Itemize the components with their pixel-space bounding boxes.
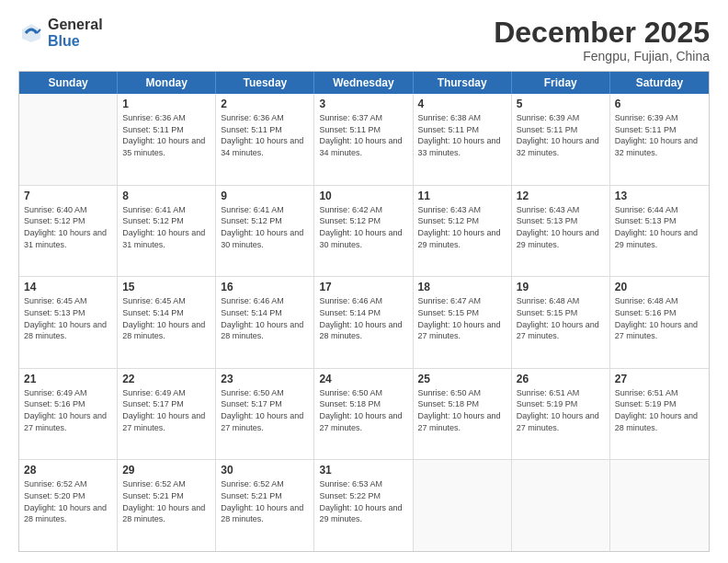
day-number: 15 [122, 281, 210, 293]
calendar-cell: 20 Sunrise: 6:48 AM Sunset: 5:16 PM Dayl… [610, 277, 709, 368]
sun-info: Sunrise: 6:41 AM Sunset: 5:12 PM Dayligh… [221, 204, 309, 250]
day-number: 20 [615, 281, 704, 293]
sunset-text: Sunset: 5:21 PM [221, 490, 309, 502]
day-number: 30 [221, 464, 309, 477]
day-number: 5 [517, 98, 605, 110]
sunset-text: Sunset: 5:16 PM [24, 398, 112, 410]
weekday-header: Wednesday [314, 72, 413, 94]
sunset-text: Sunset: 5:12 PM [122, 215, 210, 227]
sun-info: Sunrise: 6:51 AM Sunset: 5:19 PM Dayligh… [615, 387, 704, 433]
daylight-text: Daylight: 10 hours and 29 minutes. [418, 227, 506, 250]
sunset-text: Sunset: 5:11 PM [418, 124, 506, 136]
sun-info: Sunrise: 6:40 AM Sunset: 5:12 PM Dayligh… [24, 204, 112, 250]
sun-info: Sunrise: 6:52 AM Sunset: 5:20 PM Dayligh… [24, 478, 112, 524]
day-number: 9 [221, 190, 309, 202]
sunset-text: Sunset: 5:15 PM [517, 307, 605, 319]
calendar-cell: 5 Sunrise: 6:39 AM Sunset: 5:11 PM Dayli… [512, 94, 610, 185]
sun-info: Sunrise: 6:42 AM Sunset: 5:12 PM Dayligh… [319, 204, 407, 250]
daylight-text: Daylight: 10 hours and 28 minutes. [319, 319, 407, 342]
sun-info: Sunrise: 6:53 AM Sunset: 5:22 PM Dayligh… [319, 478, 407, 524]
calendar-cell: 19 Sunrise: 6:48 AM Sunset: 5:15 PM Dayl… [512, 277, 610, 368]
day-number: 13 [615, 190, 704, 202]
sun-info: Sunrise: 6:49 AM Sunset: 5:17 PM Dayligh… [122, 387, 210, 433]
sunset-text: Sunset: 5:11 PM [122, 124, 210, 136]
day-number: 22 [122, 373, 210, 385]
daylight-text: Daylight: 10 hours and 27 minutes. [221, 410, 309, 433]
calendar-cell: 9 Sunrise: 6:41 AM Sunset: 5:12 PM Dayli… [216, 186, 314, 277]
daylight-text: Daylight: 10 hours and 31 minutes. [24, 227, 112, 250]
sun-info: Sunrise: 6:50 AM Sunset: 5:18 PM Dayligh… [418, 387, 506, 433]
sunrise-text: Sunrise: 6:43 AM [517, 204, 605, 216]
page: General Blue December 2025 Fengpu, Fujia… [0, 0, 728, 563]
title-block: December 2025 Fengpu, Fujian, China [494, 17, 710, 63]
sun-info: Sunrise: 6:36 AM Sunset: 5:11 PM Dayligh… [122, 112, 210, 158]
sun-info: Sunrise: 6:39 AM Sunset: 5:11 PM Dayligh… [517, 112, 605, 158]
sunset-text: Sunset: 5:12 PM [418, 215, 506, 227]
daylight-text: Daylight: 10 hours and 29 minutes. [319, 502, 407, 525]
daylight-text: Daylight: 10 hours and 28 minutes. [24, 502, 112, 525]
day-number: 19 [517, 281, 605, 293]
sunset-text: Sunset: 5:11 PM [221, 124, 309, 136]
sun-info: Sunrise: 6:43 AM Sunset: 5:12 PM Dayligh… [418, 204, 506, 250]
weekday-header: Friday [512, 72, 610, 94]
daylight-text: Daylight: 10 hours and 28 minutes. [122, 502, 210, 525]
sun-info: Sunrise: 6:48 AM Sunset: 5:16 PM Dayligh… [615, 295, 704, 341]
daylight-text: Daylight: 10 hours and 31 minutes. [122, 227, 210, 250]
calendar-cell: 25 Sunrise: 6:50 AM Sunset: 5:18 PM Dayl… [414, 369, 512, 460]
daylight-text: Daylight: 10 hours and 28 minutes. [615, 410, 704, 433]
sun-info: Sunrise: 6:46 AM Sunset: 5:14 PM Dayligh… [221, 295, 309, 341]
calendar-cell: 4 Sunrise: 6:38 AM Sunset: 5:11 PM Dayli… [414, 94, 512, 185]
sunset-text: Sunset: 5:14 PM [122, 307, 210, 319]
sunset-text: Sunset: 5:13 PM [517, 215, 605, 227]
day-number: 29 [122, 464, 210, 477]
calendar-cell: 16 Sunrise: 6:46 AM Sunset: 5:14 PM Dayl… [216, 277, 314, 368]
daylight-text: Daylight: 10 hours and 34 minutes. [221, 135, 309, 158]
sunset-text: Sunset: 5:20 PM [24, 490, 112, 502]
sun-info: Sunrise: 6:43 AM Sunset: 5:13 PM Dayligh… [517, 204, 605, 250]
sunrise-text: Sunrise: 6:50 AM [221, 387, 309, 399]
daylight-text: Daylight: 10 hours and 30 minutes. [319, 227, 407, 250]
day-number: 10 [319, 190, 407, 202]
sunset-text: Sunset: 5:18 PM [418, 398, 506, 410]
logo-general: General [48, 17, 103, 33]
sunrise-text: Sunrise: 6:50 AM [418, 387, 506, 399]
calendar-cell: 8 Sunrise: 6:41 AM Sunset: 5:12 PM Dayli… [118, 186, 216, 277]
sunrise-text: Sunrise: 6:43 AM [418, 204, 506, 216]
daylight-text: Daylight: 10 hours and 27 minutes. [418, 410, 506, 433]
sun-info: Sunrise: 6:49 AM Sunset: 5:16 PM Dayligh… [24, 387, 112, 433]
sun-info: Sunrise: 6:45 AM Sunset: 5:13 PM Dayligh… [24, 295, 112, 341]
calendar-row: 1 Sunrise: 6:36 AM Sunset: 5:11 PM Dayli… [19, 94, 709, 186]
daylight-text: Daylight: 10 hours and 27 minutes. [418, 319, 506, 342]
sunrise-text: Sunrise: 6:53 AM [319, 478, 407, 490]
sunset-text: Sunset: 5:17 PM [221, 398, 309, 410]
sunrise-text: Sunrise: 6:48 AM [615, 295, 704, 307]
sunrise-text: Sunrise: 6:41 AM [122, 204, 210, 216]
daylight-text: Daylight: 10 hours and 29 minutes. [615, 227, 704, 250]
sun-info: Sunrise: 6:45 AM Sunset: 5:14 PM Dayligh… [122, 295, 210, 341]
sun-info: Sunrise: 6:50 AM Sunset: 5:17 PM Dayligh… [221, 387, 309, 433]
calendar-cell: 23 Sunrise: 6:50 AM Sunset: 5:17 PM Dayl… [216, 369, 314, 460]
calendar-cell: 15 Sunrise: 6:45 AM Sunset: 5:14 PM Dayl… [118, 277, 216, 368]
daylight-text: Daylight: 10 hours and 32 minutes. [615, 135, 704, 158]
sunset-text: Sunset: 5:14 PM [319, 307, 407, 319]
calendar-cell: 24 Sunrise: 6:50 AM Sunset: 5:18 PM Dayl… [314, 369, 413, 460]
logo-blue: Blue [48, 33, 103, 50]
calendar-cell [512, 460, 610, 551]
day-number: 8 [122, 190, 210, 202]
sunrise-text: Sunrise: 6:36 AM [122, 112, 210, 124]
calendar-row: 21 Sunrise: 6:49 AM Sunset: 5:16 PM Dayl… [19, 369, 709, 461]
calendar-cell: 3 Sunrise: 6:37 AM Sunset: 5:11 PM Dayli… [314, 94, 413, 185]
sun-info: Sunrise: 6:44 AM Sunset: 5:13 PM Dayligh… [615, 204, 704, 250]
day-number: 17 [319, 281, 407, 293]
day-number: 14 [24, 281, 112, 293]
daylight-text: Daylight: 10 hours and 33 minutes. [418, 135, 506, 158]
daylight-text: Daylight: 10 hours and 28 minutes. [221, 319, 309, 342]
sunset-text: Sunset: 5:11 PM [517, 124, 605, 136]
sunrise-text: Sunrise: 6:42 AM [319, 204, 407, 216]
calendar-cell: 12 Sunrise: 6:43 AM Sunset: 5:13 PM Dayl… [512, 186, 610, 277]
day-number: 31 [319, 464, 407, 477]
day-number: 7 [24, 190, 112, 202]
calendar-cell [19, 94, 118, 185]
sunrise-text: Sunrise: 6:46 AM [221, 295, 309, 307]
sunrise-text: Sunrise: 6:36 AM [221, 112, 309, 124]
